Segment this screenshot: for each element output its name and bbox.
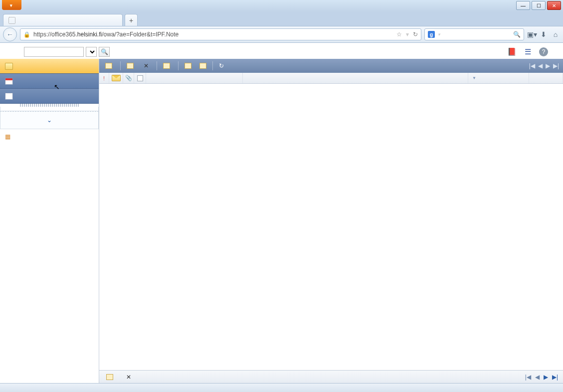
nav-mail[interactable] (0, 59, 99, 74)
search-go-icon[interactable]: 🔍 (513, 31, 521, 38)
col-checkbox[interactable] (134, 73, 146, 83)
browser-tab[interactable] (3, 14, 123, 26)
refresh-button[interactable]: ↻ (216, 60, 227, 71)
new-message-button[interactable] (102, 60, 117, 71)
delete-button[interactable]: ✕ (141, 60, 154, 71)
mark-unread-button[interactable] (196, 60, 209, 71)
last-page-button-bottom[interactable]: ▶| (551, 374, 559, 381)
url-text: https://office365.helsinki.fi/owa/?ae=Fo… (33, 31, 179, 38)
col-subject[interactable] (243, 73, 468, 83)
next-page-button[interactable]: ▶ (545, 62, 551, 69)
search-go-button[interactable]: 🔍 (99, 47, 110, 57)
options-link[interactable]: ☰ (525, 47, 531, 56)
maximize-button[interactable]: ☐ (532, 1, 546, 10)
mark-read-icon (185, 63, 191, 69)
bottom-move-button[interactable] (103, 372, 118, 383)
home-icon[interactable]: ⌂ (551, 30, 560, 38)
owa-body: ⌄ ▦ ✕ ↻ |◀ ◀ (0, 59, 563, 383)
owa-search: 🔍 (24, 47, 110, 57)
refresh-icon: ↻ (219, 62, 224, 69)
address-book-icon[interactable]: 📕 (507, 47, 517, 56)
col-from[interactable] (146, 73, 243, 83)
folder-list (0, 107, 99, 111)
junk-button[interactable] (160, 60, 175, 71)
minimize-button[interactable]: — (516, 1, 530, 10)
owa-header: 🔍 📕 ☰ ? (0, 43, 563, 59)
first-page-button[interactable]: |◀ (528, 62, 536, 69)
close-button[interactable]: ✕ (547, 1, 561, 10)
window-controls: — ☐ ✕ (514, 0, 563, 11)
message-list[interactable] (99, 84, 563, 370)
browser-search-box[interactable]: g ▾ 🔍 (424, 28, 524, 40)
calendar-icon (5, 78, 13, 85)
junk-icon (163, 63, 170, 69)
options-icon: ☰ (525, 47, 531, 56)
delete-icon: ✕ (126, 374, 131, 381)
gear-folder-icon: ▦ (5, 133, 10, 140)
mark-unread-icon (199, 63, 206, 69)
move-button[interactable] (124, 60, 139, 71)
column-headers: ! 📎 ▼ (99, 73, 563, 84)
nav-calendar[interactable] (0, 74, 99, 89)
google-icon: g (428, 31, 435, 38)
main-pane: ✕ ↻ |◀ ◀ ▶ ▶| ! 📎 (99, 59, 563, 383)
bookmarks-menu-icon[interactable]: ▣▾ (527, 30, 536, 38)
next-page-button-bottom[interactable]: ▶ (543, 374, 549, 381)
new-message-icon (105, 63, 112, 69)
back-button[interactable]: ← (3, 27, 17, 41)
prev-page-button-bottom[interactable]: ◀ (534, 374, 541, 381)
tab-strip: + (0, 12, 563, 26)
reload-icon[interactable]: ↻ (413, 31, 418, 38)
last-page-button[interactable]: ▶| (552, 62, 560, 69)
browser-nav-bar: ← 🔒 https://office365.helsinki.fi/owa/?a… (0, 26, 563, 43)
owa-app: 🔍 📕 ☰ ? (0, 43, 563, 383)
manage-folders-link[interactable]: ▦ (0, 129, 99, 144)
firefox-menu-button[interactable] (2, 0, 21, 10)
delete-icon: ✕ (144, 62, 149, 69)
mail-icon (5, 63, 13, 70)
url-bar[interactable]: 🔒 https://office365.helsinki.fi/owa/?ae=… (20, 28, 421, 40)
window-titlebar: — ☐ ✕ (0, 0, 563, 12)
view-all-folders-link[interactable]: ⌄ (0, 111, 99, 129)
contacts-icon (5, 93, 13, 100)
browser-statusbar (0, 383, 563, 392)
lock-icon: 🔒 (23, 31, 30, 38)
mark-read-button[interactable] (182, 60, 194, 71)
envelope-icon (112, 75, 121, 81)
col-size[interactable] (529, 73, 563, 83)
search-scope-select[interactable] (86, 47, 97, 57)
col-importance[interactable]: ! (99, 73, 109, 83)
search-input[interactable] (24, 47, 84, 57)
sort-desc-icon: ▼ (472, 76, 476, 80)
owa-header-right: 📕 ☰ ? (507, 47, 556, 56)
bottom-bar: ✕ |◀ ◀ ▶ ▶| (99, 370, 563, 383)
help-icon[interactable]: ? (539, 47, 548, 56)
tab-favicon (8, 17, 15, 24)
chevron-down-icon: ⌄ (47, 117, 52, 124)
sidebar: ⌄ ▦ (0, 59, 99, 383)
col-attachment[interactable]: 📎 (123, 73, 134, 83)
downloads-icon[interactable]: ⬇ (539, 30, 548, 38)
nav-contacts[interactable] (0, 89, 99, 104)
bookmark-star-icon[interactable]: ☆ (396, 31, 402, 38)
prev-page-button[interactable]: ◀ (537, 62, 544, 69)
col-received[interactable]: ▼ (468, 73, 529, 83)
move-icon (106, 374, 113, 380)
new-tab-button[interactable]: + (125, 14, 138, 26)
message-toolbar: ✕ ↻ |◀ ◀ ▶ ▶| (99, 59, 563, 73)
bottom-delete-button[interactable]: ✕ (123, 372, 136, 383)
move-icon (127, 63, 134, 69)
col-item-type[interactable] (109, 73, 123, 83)
first-page-button-bottom[interactable]: |◀ (524, 374, 532, 381)
